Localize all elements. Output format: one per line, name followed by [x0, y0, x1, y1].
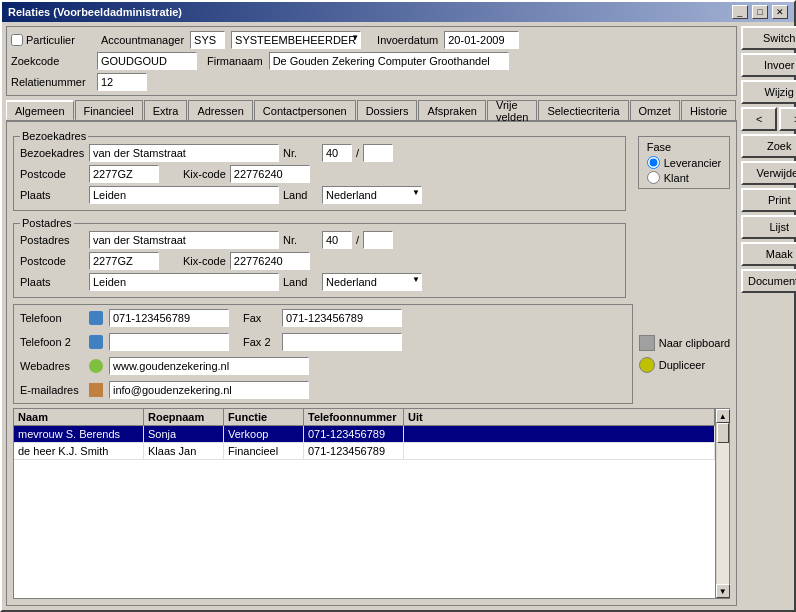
- particulier-checkbox[interactable]: [11, 34, 23, 46]
- bezoekadres-nr-extra[interactable]: [363, 144, 393, 162]
- fax2-label: Fax 2: [243, 336, 278, 348]
- zoekcode-input[interactable]: GOUDGOUD: [97, 52, 197, 70]
- bezoekadres-land-select[interactable]: Nederland: [322, 186, 422, 204]
- postadres-nr-input[interactable]: [322, 231, 352, 249]
- next-button[interactable]: >: [779, 107, 796, 131]
- nav-buttons: < >: [741, 107, 796, 131]
- telefoon2-label: Telefoon 2: [20, 336, 85, 348]
- col-naam: Naam: [14, 409, 144, 425]
- cell-naam-0: mevrouw S. Berends: [14, 426, 144, 442]
- postadres-land-label: Land: [283, 276, 318, 288]
- bezoekadres-plaats-input[interactable]: [89, 186, 279, 204]
- email-input[interactable]: [109, 381, 309, 399]
- cell-functie-1: Financieel: [224, 443, 304, 459]
- scroll-down-arrow[interactable]: ▼: [716, 584, 730, 598]
- window-title: Relaties (Voorbeeldadministratie): [8, 6, 182, 18]
- fase-klant-label: Klant: [664, 172, 689, 184]
- table-scrollbar[interactable]: ▲ ▼: [715, 409, 729, 598]
- scroll-thumb[interactable]: [717, 423, 729, 443]
- relatienummer-input[interactable]: 12: [97, 73, 147, 91]
- table-row[interactable]: de heer K.J. Smith Klaas Jan Financieel …: [14, 443, 715, 460]
- col-roepnaam: Roepnaam: [144, 409, 224, 425]
- tab-bar: Algemeen Financieel Extra Adressen Conta…: [6, 100, 737, 121]
- documenten-button[interactable]: Documenten: [741, 269, 796, 293]
- bezoekadres-input[interactable]: [89, 144, 279, 162]
- bezoekadres-postcode-input[interactable]: [89, 165, 159, 183]
- fase-klant-radio[interactable]: [647, 171, 660, 184]
- table-row[interactable]: mevrouw S. Berends Sonja Verkoop 071-123…: [14, 426, 715, 443]
- fax-input[interactable]: [282, 309, 402, 327]
- invoer-button[interactable]: Invoer: [741, 53, 796, 77]
- postadres-plaats-label: Plaats: [20, 276, 85, 288]
- fax2-input[interactable]: [282, 333, 402, 351]
- postadres-land-select[interactable]: Nederland: [322, 273, 422, 291]
- maak-button[interactable]: Maak: [741, 242, 796, 266]
- main-window: Relaties (Voorbeeldadministratie) _ □ ✕ …: [0, 0, 796, 612]
- zoek-button[interactable]: Zoek: [741, 134, 796, 158]
- telefoon2-input[interactable]: [109, 333, 229, 351]
- duplicate-button[interactable]: Dupliceer: [639, 357, 731, 373]
- title-bar: Relaties (Voorbeeldadministratie) _ □ ✕: [2, 2, 794, 22]
- tab-historie[interactable]: Historie: [681, 100, 736, 120]
- prev-button[interactable]: <: [741, 107, 777, 131]
- tab-extra[interactable]: Extra: [144, 100, 188, 120]
- col-uit: Uit: [404, 409, 715, 425]
- fase-leverancier-label: Leverancier: [664, 157, 721, 169]
- accountmanager-code[interactable]: SYS: [190, 31, 225, 49]
- accountmanager-select[interactable]: SYSTEEMBEHEERDER: [231, 31, 361, 49]
- accountmanager-select-wrapper: SYSTEEMBEHEERDER: [231, 31, 361, 49]
- postadres-postcode-input[interactable]: [89, 252, 159, 270]
- fase-leverancier-radio[interactable]: [647, 156, 660, 169]
- postadres-nr-extra[interactable]: [363, 231, 393, 249]
- web-label: Webadres: [20, 360, 85, 372]
- tab-algemeen[interactable]: Algemeen: [6, 100, 74, 120]
- bezoekadres-nr-input[interactable]: [322, 144, 352, 162]
- invoerdatum-label: Invoerdatum: [377, 34, 438, 46]
- minimize-button[interactable]: _: [732, 5, 748, 19]
- particulier-checkbox-label[interactable]: Particulier: [11, 34, 75, 46]
- fase-title: Fase: [647, 141, 721, 153]
- tab-selectiecriteria[interactable]: Selectiecriteria: [538, 100, 628, 120]
- tab-vrijevelden[interactable]: Vrije velden: [487, 100, 537, 120]
- postadres-group: Postadres Postadres Nr. /: [13, 223, 626, 298]
- relatienummer-label: Relatienummer: [11, 76, 91, 88]
- postadres-kix-input[interactable]: [230, 252, 310, 270]
- tab-omzet[interactable]: Omzet: [630, 100, 680, 120]
- verwijder-button[interactable]: Verwijder: [741, 161, 796, 185]
- duplicate-label: Dupliceer: [659, 359, 705, 371]
- tab-content-algemeen: Bezoekadres Bezoekadres Nr. /: [6, 121, 737, 606]
- contact-group: Telefoon Fax Telefoon 2 Fax 2: [13, 304, 633, 404]
- switch-button[interactable]: Switch: [741, 26, 796, 50]
- scroll-track[interactable]: [717, 423, 729, 584]
- postadres-plaats-input[interactable]: [89, 273, 279, 291]
- col-functie: Functie: [224, 409, 304, 425]
- bezoekadres-kix-input[interactable]: [230, 165, 310, 183]
- postadres-input[interactable]: [89, 231, 279, 249]
- clipboard-button[interactable]: Naar clipboard: [639, 335, 731, 351]
- close-button[interactable]: ✕: [772, 5, 788, 19]
- email-label: E-mailadres: [20, 384, 85, 396]
- lijst-button[interactable]: Lijst: [741, 215, 796, 239]
- print-button[interactable]: Print: [741, 188, 796, 212]
- particulier-label: Particulier: [26, 34, 75, 46]
- cell-telefoon-0: 071-123456789: [304, 426, 404, 442]
- maximize-button[interactable]: □: [752, 5, 768, 19]
- email-icon: [89, 383, 103, 397]
- invoerdatum-input[interactable]: 20-01-2009: [444, 31, 519, 49]
- bezoekadres-land-label: Land: [283, 189, 318, 201]
- tab-dossiers[interactable]: Dossiers: [357, 100, 418, 120]
- scroll-up-arrow[interactable]: ▲: [716, 409, 730, 423]
- tab-adressen[interactable]: Adressen: [188, 100, 252, 120]
- duplicate-icon: [639, 357, 655, 373]
- tab-afspraken[interactable]: Afspraken: [418, 100, 486, 120]
- wijzig-button[interactable]: Wijzig: [741, 80, 796, 104]
- telefoon-label: Telefoon: [20, 312, 85, 324]
- telefoon-input[interactable]: [109, 309, 229, 327]
- web-input[interactable]: [109, 357, 309, 375]
- tab-financieel[interactable]: Financieel: [75, 100, 143, 120]
- col-telefoon: Telefoonnummer: [304, 409, 404, 425]
- cell-uit-1: [404, 443, 715, 459]
- bezoekadres-group: Bezoekadres Bezoekadres Nr. /: [13, 136, 626, 211]
- firmanaam-input[interactable]: De Gouden Zekering Computer Groothandel: [269, 52, 509, 70]
- tab-contactpersonen[interactable]: Contactpersonen: [254, 100, 356, 120]
